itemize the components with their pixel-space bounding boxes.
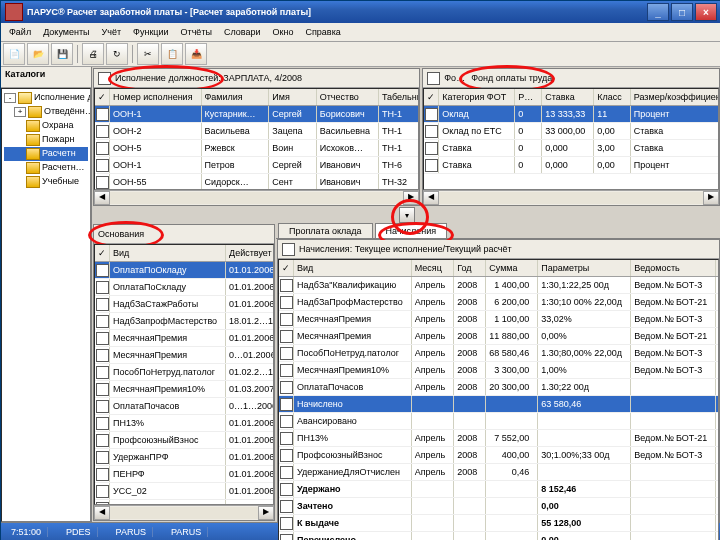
table-row[interactable]: ОплатаПочасов0…1…2006: [95, 398, 274, 415]
column-header[interactable]: Имя: [269, 89, 316, 106]
column-header[interactable]: Ведомость: [631, 260, 716, 277]
menu-item[interactable]: Словари: [218, 25, 267, 39]
column-header[interactable]: ✓: [95, 89, 110, 106]
table-row[interactable]: МесячнаяПремияАпрель20081 100,0033,02%Ве…: [279, 311, 719, 328]
row-check[interactable]: [280, 347, 293, 360]
maximize-button[interactable]: □: [671, 3, 693, 21]
tree-node[interactable]: Охрана: [4, 119, 88, 133]
row-check[interactable]: [280, 517, 293, 530]
table-row[interactable]: Перечислено0,00: [279, 532, 719, 541]
column-header[interactable]: Табельный: [378, 89, 419, 106]
table-row[interactable]: Ставка00,0003,00Ставка01.01.2000: [424, 140, 719, 157]
row-check[interactable]: [96, 400, 109, 413]
row-check[interactable]: [280, 466, 293, 479]
row-check[interactable]: [96, 281, 109, 294]
column-header[interactable]: Год: [454, 260, 486, 277]
row-check[interactable]: [425, 125, 438, 138]
tree-node[interactable]: Расчетн: [4, 147, 88, 161]
table-row[interactable]: ООН-1Кустарник…СергейБорисовичТН-1: [95, 106, 419, 123]
menu-item[interactable]: Учёт: [96, 25, 128, 39]
table-row[interactable]: НадбЗа"КвалификациюАпрель20081 400,001:3…: [279, 277, 719, 294]
menu-item[interactable]: Файл: [3, 25, 37, 39]
row-check[interactable]: [96, 108, 109, 121]
table-row[interactable]: ОплатаПочасовАпрель200820 300,001.30;22 …: [279, 379, 719, 396]
row-check[interactable]: [96, 332, 109, 345]
table-row[interactable]: ООН-5РжевскВоинИсхоков…ТН-1: [95, 140, 419, 157]
table-row[interactable]: Зачтено0,00: [279, 498, 719, 515]
tool-save[interactable]: 💾: [51, 43, 73, 65]
table-row[interactable]: УдержаниеДляОтчисленАпрель20080,46: [279, 464, 719, 481]
row-check[interactable]: [96, 502, 109, 506]
table-row[interactable]: ПособПоНетруд.патолог01.02.2…10: [95, 364, 274, 381]
tree-node[interactable]: -Исполнение д…: [4, 91, 88, 105]
column-header[interactable]: Вид: [110, 245, 226, 262]
table-row[interactable]: Оклад013 333,3311Процент10.01.2000: [424, 106, 719, 123]
table-row[interactable]: ПН13%01.01.2006: [95, 415, 274, 432]
table-row[interactable]: НадбЗапрофМастерство18.01.2…16: [95, 313, 274, 330]
table-row[interactable]: НадбЗаСтажРаботы01.01.2006: [95, 296, 274, 313]
column-header[interactable]: Месяц: [411, 260, 454, 277]
row-check[interactable]: [425, 142, 438, 155]
column-header[interactable]: Фамилия: [201, 89, 269, 106]
column-header[interactable]: Отчество: [316, 89, 378, 106]
menu-item[interactable]: Окно: [267, 25, 300, 39]
table-row[interactable]: ООН-55Сидорск…СентИвановичТН-32: [95, 174, 419, 191]
table-row[interactable]: НадбЗаПрофМастерствоАпрель20086 200,001:…: [279, 294, 719, 311]
table-row[interactable]: К выдаче55 128,00: [279, 515, 719, 532]
row-check[interactable]: [96, 298, 109, 311]
table-row[interactable]: ПрофсоюзныйВзнос01.01.2006: [95, 432, 274, 449]
table-row[interactable]: ОплатаПоСкладу01.01.2006: [95, 279, 274, 296]
menu-item[interactable]: Справка: [299, 25, 346, 39]
row-check[interactable]: [96, 434, 109, 447]
tree-node[interactable]: Учебные: [4, 175, 88, 189]
column-header[interactable]: Ставка: [542, 89, 594, 106]
table-row[interactable]: ООН-1ПетровСергейИвановичТН-6: [95, 157, 419, 174]
tree-node[interactable]: +Отведённ…: [4, 105, 88, 119]
row-check[interactable]: [96, 176, 109, 189]
row-check[interactable]: [96, 315, 109, 328]
row-check[interactable]: [280, 500, 293, 513]
table-row[interactable]: Начислено63 580,46: [279, 396, 719, 413]
tree-node[interactable]: Пожарн: [4, 133, 88, 147]
table-row[interactable]: ПН13%Апрель20087 552,00Ведом.№ БОТ-21ЗАР…: [279, 430, 719, 447]
table-row[interactable]: Ставка00,0000,00Процент01.01.2000: [424, 157, 719, 174]
fund-check[interactable]: [427, 72, 440, 85]
tool-new[interactable]: 📄: [3, 43, 25, 65]
table-row[interactable]: ООН-2ВасильеваЗацепаВасильевнаТН-1: [95, 123, 419, 140]
tool-refresh[interactable]: ↻: [106, 43, 128, 65]
row-check[interactable]: [96, 417, 109, 430]
menu-item[interactable]: Отчёты: [175, 25, 218, 39]
expand-button[interactable]: ▾: [399, 207, 415, 223]
row-check[interactable]: [280, 364, 293, 377]
column-header[interactable]: Вид: [294, 260, 412, 277]
table-row[interactable]: Удержано8 152,46: [279, 481, 719, 498]
row-check[interactable]: [280, 296, 293, 309]
minimize-button[interactable]: _: [647, 3, 669, 21]
row-check[interactable]: [280, 313, 293, 326]
row-check[interactable]: [96, 142, 109, 155]
table-row[interactable]: Оклад по ЕТС033 000,000,00Ставка01.01.20…: [424, 123, 719, 140]
row-check[interactable]: [96, 349, 109, 362]
basis-scroll[interactable]: ◀▶: [94, 505, 274, 520]
table-row[interactable]: ПЕНРФ01.01.2006: [95, 466, 274, 483]
column-header[interactable]: Номер исполнения: [110, 89, 202, 106]
charges-grid[interactable]: ✓ВидМесяцГодСуммаПараметрыВедомостьВид л…: [279, 260, 719, 540]
catalog-tree[interactable]: -Исполнение д…+Отведённ…ОхранаПожарнРасч…: [1, 88, 91, 522]
table-row[interactable]: МесячнаяПремияАпрель200811 880,000,00%Ве…: [279, 328, 719, 345]
row-check[interactable]: [96, 468, 109, 481]
menu-item[interactable]: Функции: [127, 25, 174, 39]
column-header[interactable]: Р…: [515, 89, 542, 106]
tool-open[interactable]: 📂: [27, 43, 49, 65]
row-check[interactable]: [96, 125, 109, 138]
fund-grid[interactable]: ✓Категория ФОТР…СтавкаКлассРазмер/коэффи…: [424, 89, 719, 174]
table-row[interactable]: Авансировано: [279, 413, 719, 430]
row-check[interactable]: [280, 432, 293, 445]
table-row[interactable]: ПособПоНетруд.патологАпрель200868 580,46…: [279, 345, 719, 362]
table-row[interactable]: УдержанПРФ01.01.2006: [95, 449, 274, 466]
fund-scroll[interactable]: ◀▶: [423, 190, 719, 205]
table-row[interactable]: МесячнаяПремия10%01.03.2007: [95, 381, 274, 398]
table-row[interactable]: ФОМС01.01.2006: [95, 500, 274, 506]
row-check[interactable]: [96, 451, 109, 464]
column-header[interactable]: ✓: [279, 260, 294, 277]
column-header[interactable]: Категория ФОТ: [439, 89, 515, 106]
